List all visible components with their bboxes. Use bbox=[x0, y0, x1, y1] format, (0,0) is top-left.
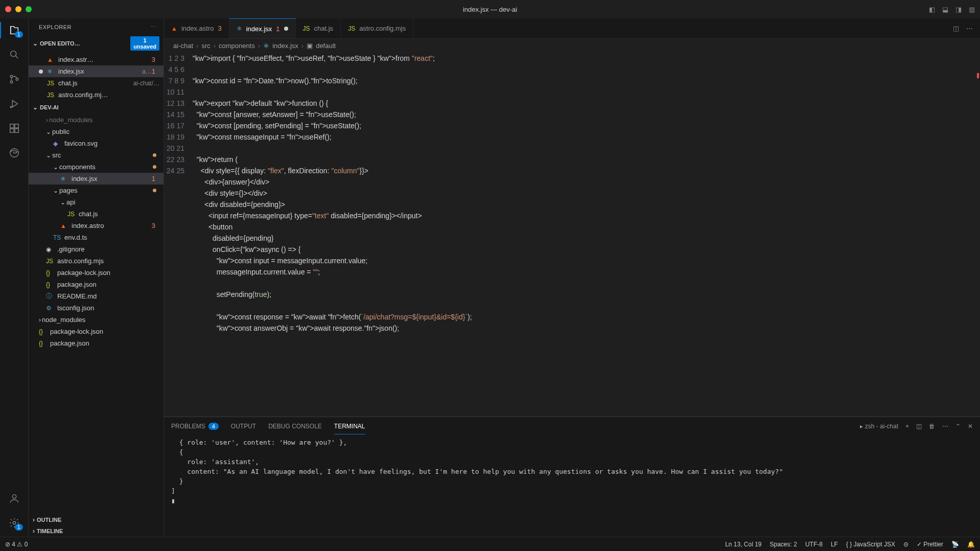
close-icon[interactable] bbox=[5, 6, 11, 12]
gitignore-icon: ◉ bbox=[46, 246, 55, 253]
file-item[interactable]: ⚛index.jsx1 bbox=[29, 173, 164, 185]
react-icon: ⚛ bbox=[47, 68, 56, 75]
minimize-icon[interactable] bbox=[15, 6, 21, 12]
settings-gear-icon[interactable]: 1 bbox=[8, 516, 21, 530]
file-item[interactable]: {}package-lock.json bbox=[29, 267, 164, 279]
language-mode[interactable]: { } JavaScript JSX bbox=[846, 541, 895, 548]
prettier-status[interactable]: ✓ Prettier bbox=[917, 541, 943, 548]
file-item[interactable]: ⓘREADME.md bbox=[29, 290, 164, 302]
tsconfig-icon: ⚙ bbox=[46, 305, 55, 312]
json-icon: {} bbox=[39, 328, 48, 335]
account-icon[interactable] bbox=[8, 492, 21, 505]
open-editors-section[interactable]: ⌄ OPEN EDITO… 1unsaved bbox=[29, 34, 164, 53]
split-terminal-icon[interactable]: ◫ bbox=[916, 423, 922, 430]
error-count[interactable]: ⊘ 4 ⚠ 0 bbox=[5, 541, 28, 548]
explorer-badge: 1 bbox=[15, 31, 23, 38]
json-icon: {} bbox=[46, 281, 55, 288]
maximize-icon[interactable] bbox=[26, 6, 32, 12]
toggle-panel-bottom-icon[interactable]: ⬓ bbox=[942, 6, 948, 13]
eol[interactable]: LF bbox=[831, 541, 838, 548]
react-icon: ⚛ bbox=[237, 25, 242, 32]
maximize-panel-icon[interactable]: ⌃ bbox=[955, 423, 961, 430]
timeline-section[interactable]: ›TIMELINE bbox=[29, 525, 164, 537]
toggle-panel-left-icon[interactable]: ◧ bbox=[929, 6, 935, 13]
file-item[interactable]: JSchat.js bbox=[29, 208, 164, 220]
terminal-output[interactable]: { role: 'user', content: 'How are you?' … bbox=[164, 435, 980, 537]
explorer-icon[interactable]: 1 bbox=[8, 24, 21, 37]
file-item[interactable]: JSastro.config.mjs bbox=[29, 255, 164, 267]
code-content[interactable]: "kw">import { "fn">useEffect, "fn">useRe… bbox=[193, 53, 976, 417]
tab-index-astro[interactable]: ▲index.astro3 bbox=[164, 18, 229, 38]
copilot-icon[interactable]: ⊝ bbox=[903, 541, 908, 548]
panel-tab-output[interactable]: OUTPUT bbox=[231, 419, 256, 434]
indentation[interactable]: Spaces: 2 bbox=[770, 541, 797, 548]
activity-bar: 1 1 bbox=[0, 18, 29, 537]
close-panel-icon[interactable]: ✕ bbox=[968, 423, 973, 430]
open-editor-item[interactable]: ⚛index.jsxa…1 bbox=[29, 65, 164, 77]
explorer-title: EXPLORER bbox=[39, 24, 72, 30]
project-section[interactable]: ⌄ DEV-AI bbox=[29, 102, 164, 113]
chevron-down-icon: ⌄ bbox=[33, 104, 38, 111]
layout-controls: ◧ ⬓ ◨ ▥ bbox=[929, 6, 975, 13]
outline-label: OUTLINE bbox=[37, 517, 61, 523]
file-item[interactable]: {}package.json bbox=[29, 337, 164, 349]
folder-item[interactable]: ⌄src bbox=[29, 149, 164, 161]
file-item[interactable]: ◆favicon.svg bbox=[29, 137, 164, 149]
terminal-select[interactable]: ▸ zsh - ai-chat bbox=[860, 423, 898, 430]
folder-item[interactable]: ⌄api bbox=[29, 196, 164, 208]
cursor-position[interactable]: Ln 13, Col 19 bbox=[725, 541, 761, 548]
feedback-icon[interactable]: 📡 bbox=[951, 541, 959, 548]
folder-item[interactable]: ⌄pages bbox=[29, 185, 164, 196]
modified-dot-icon bbox=[39, 70, 43, 74]
folder-item[interactable]: ›node_modules bbox=[29, 314, 164, 326]
tab-astro-config[interactable]: JSastro.config.mjs bbox=[341, 18, 413, 38]
folder-item[interactable]: ⌄components bbox=[29, 161, 164, 173]
tab-index-jsx[interactable]: ⚛index.jsx1 bbox=[229, 18, 296, 38]
js-icon: JS bbox=[47, 91, 56, 99]
open-editor-item[interactable]: ▲index.astr…3 bbox=[29, 54, 164, 65]
bell-icon[interactable]: 🔔 bbox=[967, 541, 975, 548]
encoding[interactable]: UTF-8 bbox=[805, 541, 823, 548]
split-editor-icon[interactable]: ◫ bbox=[953, 25, 959, 32]
panel-tab-problems[interactable]: PROBLEMS4 bbox=[171, 419, 219, 434]
file-item[interactable]: ◉.gitignore bbox=[29, 243, 164, 255]
js-icon: JS bbox=[47, 80, 56, 87]
modified-dot-icon bbox=[284, 27, 288, 31]
svg-point-2 bbox=[10, 81, 13, 83]
search-icon[interactable] bbox=[8, 48, 21, 61]
toggle-panel-right-icon[interactable]: ◨ bbox=[955, 6, 962, 13]
run-debug-icon[interactable] bbox=[8, 97, 21, 110]
breadcrumb[interactable]: ai-chat› src› components› ⚛index.jsx› ▣d… bbox=[164, 39, 980, 53]
md-icon: ⓘ bbox=[46, 292, 55, 301]
explorer-more-icon[interactable]: ⋯ bbox=[151, 24, 157, 30]
extensions-icon[interactable] bbox=[8, 122, 21, 135]
tab-chat-js[interactable]: JSchat.js bbox=[296, 18, 341, 38]
file-item[interactable]: ⚙tsconfig.json bbox=[29, 302, 164, 314]
customize-layout-icon[interactable]: ▥ bbox=[969, 6, 975, 13]
panel-tab-terminal[interactable]: TERMINAL bbox=[334, 419, 365, 434]
outline-section[interactable]: ›OUTLINE bbox=[29, 514, 164, 525]
more-icon[interactable]: ⋯ bbox=[942, 423, 948, 430]
svg-point-1 bbox=[10, 75, 13, 78]
js-icon: JS bbox=[67, 211, 77, 218]
file-item[interactable]: ▲index.astro3 bbox=[29, 220, 164, 232]
titlebar: index.jsx — dev-ai ◧ ⬓ ◨ ▥ bbox=[0, 0, 980, 18]
edge-icon[interactable] bbox=[8, 146, 21, 159]
file-item[interactable]: TSenv.d.ts bbox=[29, 232, 164, 243]
kill-terminal-icon[interactable]: 🗑 bbox=[929, 423, 935, 430]
file-item[interactable]: {}package-lock.json bbox=[29, 326, 164, 337]
minimap[interactable] bbox=[976, 53, 980, 417]
file-tree: ›node_modules ⌄public ◆favicon.svg ⌄src … bbox=[29, 113, 164, 350]
code-editor[interactable]: 1 2 3 4 5 6 7 8 9 10 11 12 13 14 15 16 1… bbox=[164, 53, 980, 417]
open-editor-item[interactable]: JSchat.jsai-chat/… bbox=[29, 77, 164, 89]
more-icon[interactable]: ⋯ bbox=[966, 25, 973, 32]
file-item[interactable]: {}package.json bbox=[29, 279, 164, 290]
folder-item[interactable]: ⌄public bbox=[29, 126, 164, 137]
svg-icon: ◆ bbox=[53, 140, 62, 147]
line-numbers: 1 2 3 4 5 6 7 8 9 10 11 12 13 14 15 16 1… bbox=[164, 53, 193, 417]
source-control-icon[interactable] bbox=[8, 73, 21, 86]
open-editor-item[interactable]: JSastro.config.mj… bbox=[29, 89, 164, 101]
panel-tab-debug[interactable]: DEBUG CONSOLE bbox=[268, 419, 322, 434]
folder-item[interactable]: ›node_modules bbox=[29, 114, 164, 126]
new-terminal-icon[interactable]: + bbox=[905, 423, 909, 430]
